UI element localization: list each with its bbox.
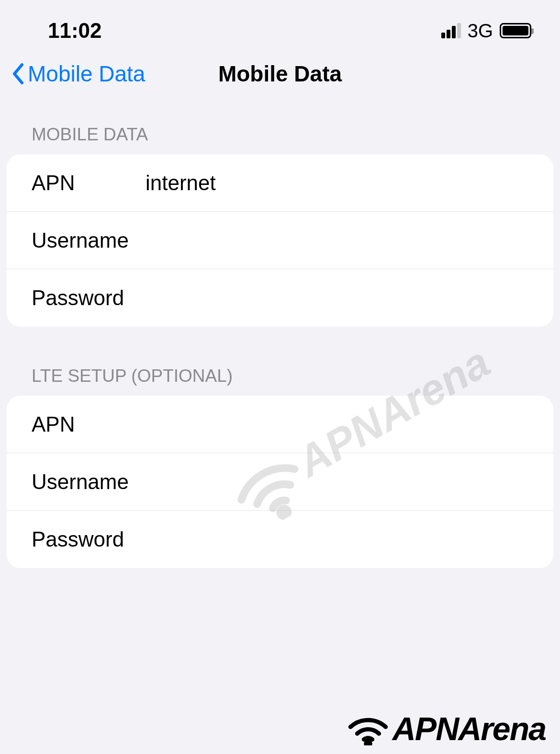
wifi-icon <box>347 712 390 745</box>
watermark-bottom: APNArena <box>347 710 546 747</box>
battery-icon <box>500 23 531 38</box>
back-button[interactable]: Mobile Data <box>11 61 145 87</box>
page-title: Mobile Data <box>218 61 342 87</box>
section-header-mobile-data: MOBILE DATA <box>7 125 553 154</box>
section-header-lte-setup: LTE SETUP (OPTIONAL) <box>7 366 553 396</box>
password-input[interactable] <box>146 286 528 310</box>
navigation-bar: Mobile Data Mobile Data <box>0 53 560 105</box>
row-apn[interactable]: APN <box>7 154 553 212</box>
row-lte-apn[interactable]: APN <box>7 396 553 453</box>
lte-username-label: Username <box>32 470 146 494</box>
row-password[interactable]: Password <box>7 269 553 327</box>
row-lte-username[interactable]: Username <box>7 453 553 511</box>
lte-apn-input[interactable] <box>146 412 528 436</box>
username-label: Username <box>32 228 146 252</box>
lte-password-input[interactable] <box>146 527 528 551</box>
content-area: MOBILE DATA APN Username Password LTE SE… <box>0 105 560 568</box>
row-username[interactable]: Username <box>7 212 553 269</box>
section-group-lte-setup: APN Username Password <box>7 396 553 568</box>
lte-username-input[interactable] <box>146 470 528 494</box>
status-time: 11:02 <box>48 19 102 43</box>
chevron-left-icon <box>11 63 24 85</box>
apn-label: APN <box>32 171 146 195</box>
section-group-mobile-data: APN Username Password <box>7 154 553 327</box>
username-input[interactable] <box>146 228 528 252</box>
svg-point-1 <box>366 742 370 745</box>
lte-password-label: Password <box>32 527 146 551</box>
status-bar: 11:02 3G <box>0 0 560 53</box>
lte-apn-label: APN <box>32 412 146 436</box>
watermark-text: APNArena <box>392 710 546 747</box>
status-indicators: 3G <box>441 20 531 42</box>
apn-input[interactable] <box>146 171 528 195</box>
back-button-label: Mobile Data <box>28 61 145 87</box>
password-label: Password <box>32 286 146 310</box>
cellular-signal-icon <box>441 23 461 38</box>
network-type-label: 3G <box>468 20 493 42</box>
row-lte-password[interactable]: Password <box>7 511 553 568</box>
